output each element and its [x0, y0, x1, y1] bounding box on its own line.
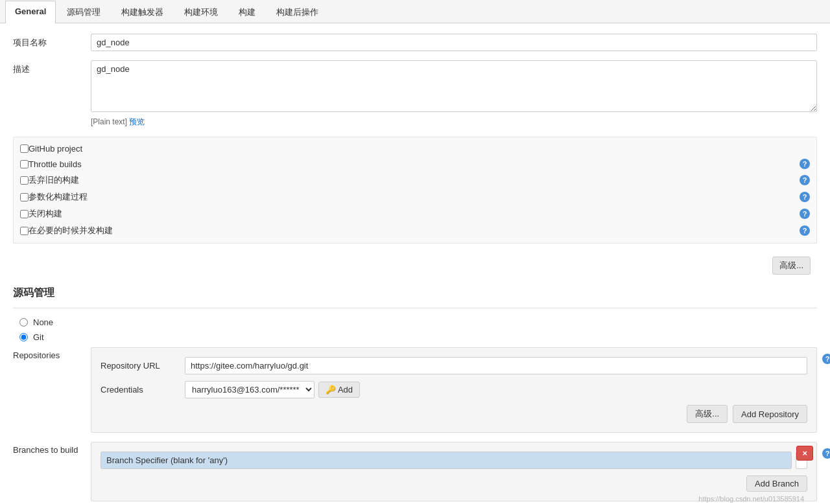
scm-section-header: 源码管理: [13, 279, 817, 308]
credentials-label: Credentials: [101, 385, 185, 395]
repositories-label: Repositories: [13, 347, 91, 360]
branches-help-icon[interactable]: ?: [822, 448, 830, 459]
advanced-row: 高级...: [13, 253, 817, 279]
key-icon: 🔑: [326, 385, 336, 395]
general-section: 项目名称 描述 gd_node [Plain text] 预览 Git: [0, 23, 830, 279]
branch-row: [101, 452, 807, 469]
none-radio-row: None: [13, 317, 817, 327]
project-name-input[interactable]: [91, 34, 817, 51]
none-radio[interactable]: [19, 318, 28, 326]
concurrent-checkbox[interactable]: [20, 227, 29, 235]
checkbox-section: GitHub project Throttle builds ? 丢弃旧的构建 …: [13, 137, 817, 244]
repo-advanced-button[interactable]: 高级...: [687, 405, 728, 423]
throttle-label: Throttle builds: [29, 159, 82, 169]
plain-text-link: [Plain text] 预览: [91, 117, 817, 128]
project-name-label: 项目名称: [13, 34, 91, 49]
throttle-help-icon[interactable]: ?: [800, 159, 810, 169]
parameterize-help-icon[interactable]: ?: [800, 192, 810, 202]
repositories-form-row: Repositories ? Repository URL: [13, 347, 817, 433]
parameterize-checkbox-row: 参数化构建过程 ?: [14, 189, 816, 205]
credentials-row: Credentials harryluo163@163.com/****** 🔑…: [101, 381, 807, 398]
description-control: gd_node [Plain text] 预览: [91, 60, 817, 128]
add-repository-button[interactable]: Add Repository: [733, 405, 807, 423]
throttle-checkbox[interactable]: [20, 160, 29, 168]
concurrent-help-icon[interactable]: ?: [800, 225, 810, 236]
parameterize-checkbox[interactable]: [20, 193, 29, 201]
none-label: None: [33, 317, 53, 327]
watermark: https://blog.csdn.net/u013585914: [698, 495, 804, 503]
discard-checkbox[interactable]: [20, 176, 29, 185]
repo-actions: 高级... Add Repository: [101, 405, 807, 423]
discard-checkbox-row: 丢弃旧的构建 ?: [14, 172, 816, 189]
delete-branch-button[interactable]: ×: [796, 446, 813, 461]
add-branch-button[interactable]: Add Branch: [746, 475, 807, 492]
repo-help-icon[interactable]: ?: [822, 354, 830, 364]
project-name-row: 项目名称: [13, 34, 817, 51]
description-label: 描述: [13, 60, 91, 75]
repo-url-label: Repository URL: [101, 361, 185, 371]
github-checkbox-row: GitHub project: [14, 141, 816, 156]
discard-help-icon[interactable]: ?: [800, 175, 810, 185]
branches-sub-form: × ? Add Branch: [91, 442, 817, 501]
tab-scm[interactable]: 源码管理: [57, 1, 110, 23]
tab-env[interactable]: 构建环境: [174, 1, 228, 23]
concurrent-checkbox-row: 在必要的时候并发构建 ?: [14, 222, 816, 239]
tab-bar: General 源码管理 构建触发器 构建环境 构建 构建后操作: [0, 0, 830, 23]
project-name-control: [91, 34, 817, 51]
description-row: 描述 gd_node [Plain text] 预览: [13, 60, 817, 128]
github-checkbox[interactable]: [20, 144, 29, 153]
disable-checkbox-row: 关闭构建 ?: [14, 205, 816, 222]
add-credentials-button[interactable]: 🔑 Add: [318, 382, 360, 398]
git-radio[interactable]: [19, 333, 28, 341]
general-advanced-button[interactable]: 高级...: [772, 257, 811, 275]
tab-build[interactable]: 构建: [229, 1, 265, 23]
branches-label: Branches to build: [13, 442, 91, 455]
discard-label: 丢弃旧的构建: [29, 174, 79, 186]
description-textarea[interactable]: gd_node: [91, 60, 817, 112]
preview-link[interactable]: 预览: [129, 117, 145, 126]
tab-post[interactable]: 构建后操作: [267, 1, 328, 23]
disable-help-icon[interactable]: ?: [800, 209, 810, 219]
parameterize-label: 参数化构建过程: [29, 191, 88, 203]
repo-url-input[interactable]: [185, 357, 807, 374]
tab-triggers[interactable]: 构建触发器: [112, 1, 173, 23]
github-label: GitHub project: [29, 144, 82, 154]
scm-section: 源码管理 None Git Repositories ? R: [0, 279, 830, 504]
disable-label: 关闭构建: [29, 208, 62, 220]
credentials-select[interactable]: harryluo163@163.com/******: [185, 381, 314, 398]
disable-checkbox[interactable]: [20, 210, 29, 218]
branches-form-row: Branches to build × ?: [13, 442, 817, 501]
throttle-checkbox-row: Throttle builds ?: [14, 156, 816, 172]
concurrent-label: 在必要的时候并发构建: [29, 225, 113, 236]
branch-specifier-input[interactable]: [101, 452, 792, 469]
tab-general[interactable]: General: [5, 1, 56, 23]
git-radio-row: Git: [13, 332, 817, 342]
repositories-sub-form: ? Repository URL Credentials: [91, 347, 817, 433]
git-label: Git: [33, 332, 44, 342]
repo-url-row: Repository URL: [101, 357, 807, 374]
